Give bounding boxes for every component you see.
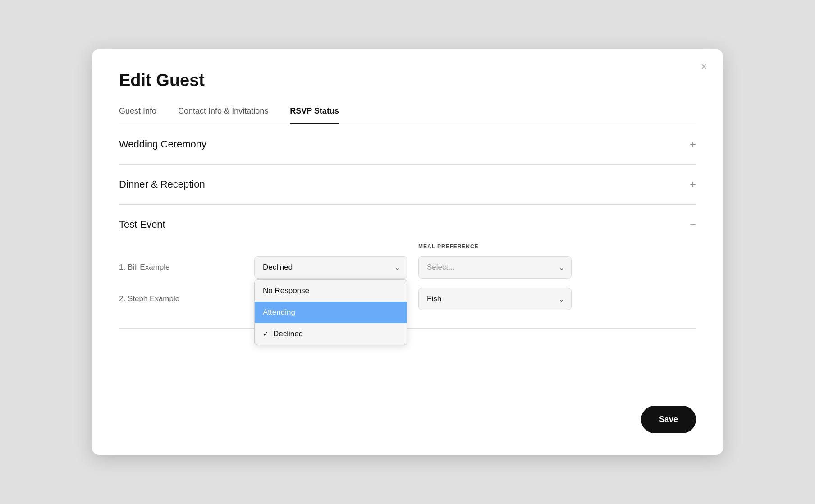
dropdown-option-attending[interactable]: Attending — [255, 302, 407, 323]
dinner-reception-expand-icon: + — [690, 178, 696, 191]
rsvp-select-bill[interactable]: Declined — [254, 256, 408, 279]
wedding-ceremony-title: Wedding Ceremony — [119, 138, 206, 150]
wedding-ceremony-expand-icon: + — [690, 138, 696, 151]
test-event-header: Test Event − — [119, 218, 696, 231]
meal-dropdown-steph[interactable]: Fish ⌄ — [418, 288, 572, 310]
meal-dropdown-bill[interactable]: Select... ⌄ — [418, 256, 572, 279]
dinner-reception-section[interactable]: Dinner & Reception + — [119, 165, 696, 205]
guest-name-steph: 2. Steph Example — [119, 294, 254, 303]
dropdown-option-declined[interactable]: Declined — [255, 323, 407, 345]
meal-select-bill[interactable]: Select... — [418, 256, 572, 279]
guest-row-steph: 2. Steph Example Attending ⌄ Fish ⌄ — [119, 288, 696, 310]
dropdown-option-no-response[interactable]: No Response — [255, 280, 407, 302]
guest-name-bill: 1. Bill Example — [119, 263, 254, 272]
test-event-collapse-icon[interactable]: − — [690, 218, 696, 231]
test-event-section: Test Event − MEAL PREFERENCE 1. Bill Exa… — [119, 205, 696, 329]
rsvp-dropdown-popup: No Response Attending Declined — [254, 279, 408, 345]
wedding-ceremony-section[interactable]: Wedding Ceremony + — [119, 124, 696, 165]
test-event-title: Test Event — [119, 219, 165, 230]
dinner-reception-title: Dinner & Reception — [119, 179, 205, 190]
tab-contact-info[interactable]: Contact Info & Invitations — [178, 106, 268, 124]
guest-row-bill: 1. Bill Example Declined ⌄ No Response A… — [119, 256, 696, 279]
rsvp-dropdown-bill[interactable]: Declined ⌄ No Response Attending Decline… — [254, 256, 408, 279]
column-labels: MEAL PREFERENCE — [254, 243, 696, 253]
meal-preference-label: MEAL PREFERENCE — [418, 243, 572, 250]
save-button[interactable]: Save — [641, 406, 696, 433]
edit-guest-modal: × Edit Guest Guest Info Contact Info & I… — [92, 49, 723, 455]
tab-content: Wedding Ceremony + Dinner & Reception + … — [119, 124, 696, 329]
modal-title: Edit Guest — [119, 71, 696, 90]
tab-bar: Guest Info Contact Info & Invitations RS… — [119, 106, 696, 124]
tab-guest-info[interactable]: Guest Info — [119, 106, 156, 124]
close-button[interactable]: × — [701, 62, 707, 72]
tab-rsvp-status[interactable]: RSVP Status — [290, 106, 339, 124]
meal-select-steph[interactable]: Fish — [418, 288, 572, 310]
